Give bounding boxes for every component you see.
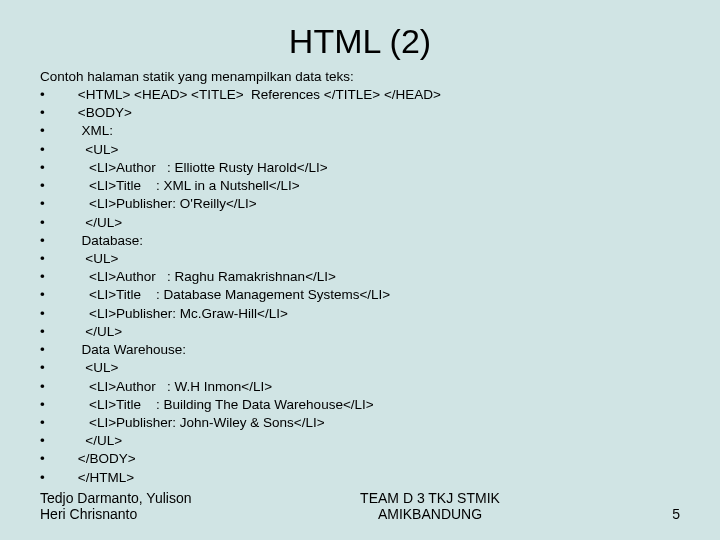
author-line-1: Tedjo Darmanto, Yulison — [40, 490, 240, 506]
bullet-icon: • — [40, 177, 74, 195]
code-text: </UL> — [74, 432, 122, 450]
code-text: <LI>Publisher: Mc.Graw-Hill</LI> — [74, 305, 288, 323]
code-text: XML: — [74, 122, 113, 140]
code-line: • <HTML> <HEAD> <TITLE> References </TIT… — [40, 86, 680, 104]
bullet-icon: • — [40, 450, 74, 468]
code-line: • XML: — [40, 122, 680, 140]
code-line: • </UL> — [40, 323, 680, 341]
code-line: • <LI>Publisher: O'Reilly</LI> — [40, 195, 680, 213]
code-text: </UL> — [74, 323, 122, 341]
bullet-icon: • — [40, 214, 74, 232]
bullet-icon: • — [40, 305, 74, 323]
slide-body: Contoh halaman statik yang menampilkan d… — [0, 69, 720, 487]
intro-text: Contoh halaman statik yang menampilkan d… — [40, 69, 680, 84]
code-line: • </BODY> — [40, 450, 680, 468]
author-line-2: Heri Chrisnanto — [40, 506, 240, 522]
code-text: <UL> — [74, 141, 118, 159]
bullet-icon: • — [40, 195, 74, 213]
code-text: <BODY> — [74, 104, 132, 122]
code-text: <LI>Author : Raghu Ramakrishnan</LI> — [74, 268, 336, 286]
footer-left: Tedjo Darmanto, Yulison Heri Chrisnanto — [40, 490, 240, 522]
code-text: </UL> — [74, 214, 122, 232]
code-text: <LI>Author : Elliotte Rusty Harold</LI> — [74, 159, 328, 177]
code-text: <LI>Publisher: John-Wiley & Sons</LI> — [74, 414, 325, 432]
bullet-icon: • — [40, 232, 74, 250]
code-line: • <LI>Publisher: Mc.Graw-Hill</LI> — [40, 305, 680, 323]
slide-title: HTML (2) — [0, 0, 720, 69]
code-line: • <UL> — [40, 141, 680, 159]
footer-center: TEAM D 3 TKJ STMIK AMIKBANDUNG — [240, 490, 620, 522]
code-line: • Data Warehouse: — [40, 341, 680, 359]
code-text: </BODY> — [74, 450, 136, 468]
bullet-icon: • — [40, 122, 74, 140]
code-text: <LI>Author : W.H Inmon</LI> — [74, 378, 272, 396]
code-line: • <LI>Author : Raghu Ramakrishnan</LI> — [40, 268, 680, 286]
code-line: • <LI>Publisher: John-Wiley & Sons</LI> — [40, 414, 680, 432]
bullet-icon: • — [40, 141, 74, 159]
footer-page-number: 5 — [620, 506, 680, 522]
code-text: <LI>Title : Building The Data Warehouse<… — [74, 396, 374, 414]
code-text: <LI>Title : XML in a Nutshell</LI> — [74, 177, 300, 195]
code-line: • </UL> — [40, 432, 680, 450]
bullet-icon: • — [40, 250, 74, 268]
code-text: </HTML> — [74, 469, 134, 487]
code-line: • <LI>Title : Building The Data Warehous… — [40, 396, 680, 414]
bullet-icon: • — [40, 86, 74, 104]
code-lines: • <HTML> <HEAD> <TITLE> References </TIT… — [40, 86, 680, 487]
code-line: • <UL> — [40, 359, 680, 377]
bullet-icon: • — [40, 268, 74, 286]
bullet-icon: • — [40, 469, 74, 487]
code-text: Data Warehouse: — [74, 341, 186, 359]
code-line: • <LI>Title : Database Management System… — [40, 286, 680, 304]
code-line: • Database: — [40, 232, 680, 250]
code-text: <HTML> <HEAD> <TITLE> References </TITLE… — [74, 86, 441, 104]
code-line: • </UL> — [40, 214, 680, 232]
code-text: <UL> — [74, 250, 118, 268]
bullet-icon: • — [40, 396, 74, 414]
code-line: • <LI>Author : W.H Inmon</LI> — [40, 378, 680, 396]
code-line: • <LI>Title : XML in a Nutshell</LI> — [40, 177, 680, 195]
bullet-icon: • — [40, 159, 74, 177]
code-text: <UL> — [74, 359, 118, 377]
code-line: • <LI>Author : Elliotte Rusty Harold</LI… — [40, 159, 680, 177]
bullet-icon: • — [40, 286, 74, 304]
team-line-1: TEAM D 3 TKJ STMIK — [240, 490, 620, 506]
bullet-icon: • — [40, 414, 74, 432]
bullet-icon: • — [40, 341, 74, 359]
code-line: • </HTML> — [40, 469, 680, 487]
team-line-2: AMIKBANDUNG — [240, 506, 620, 522]
code-text: <LI>Publisher: O'Reilly</LI> — [74, 195, 257, 213]
code-line: • <BODY> — [40, 104, 680, 122]
bullet-icon: • — [40, 432, 74, 450]
bullet-icon: • — [40, 323, 74, 341]
bullet-icon: • — [40, 359, 74, 377]
code-line: • <UL> — [40, 250, 680, 268]
slide-footer: Tedjo Darmanto, Yulison Heri Chrisnanto … — [0, 490, 720, 522]
code-text: <LI>Title : Database Management Systems<… — [74, 286, 390, 304]
bullet-icon: • — [40, 104, 74, 122]
code-text: Database: — [74, 232, 143, 250]
bullet-icon: • — [40, 378, 74, 396]
